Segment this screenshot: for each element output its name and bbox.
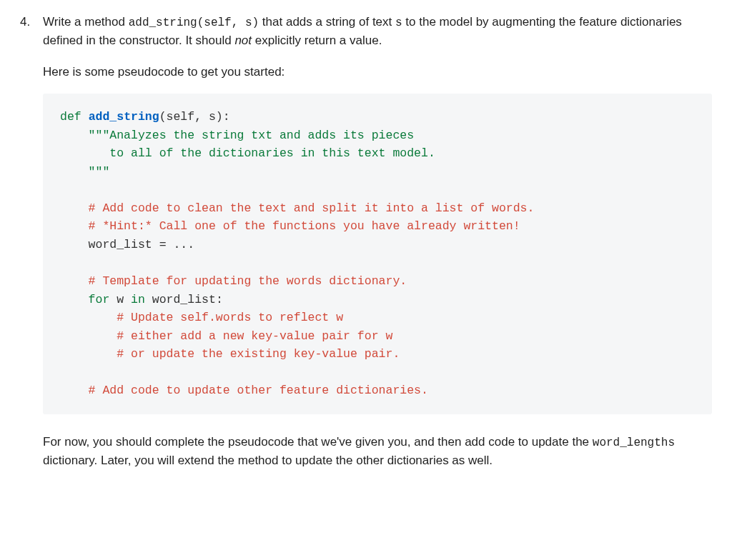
question-block: 4. Write a method add_string(self, s) th… [20,13,712,483]
intro-paragraph-2: Here is some pseudocode to get you start… [43,63,712,81]
code-block: def add_string(self, s): """Analyzes the… [43,94,712,414]
code-text: word_list: [145,293,223,306]
text: that adds a string of text [259,15,395,29]
code-line: word_list = ... [89,238,195,251]
comment-line: # either add a new key-value pair for w [117,329,392,343]
keyword-def: def [60,110,81,124]
inline-code: add_string(self, s) [129,16,259,29]
text: For now, you should complete the pseudoc… [43,435,593,449]
inline-code: s [395,16,402,29]
comment-line: # *Hint:* Call one of the functions you … [89,219,520,233]
function-name: add_string [89,110,159,124]
docstring-line: to all of the dictionaries in this text … [89,146,435,160]
docstring-line: """ [89,165,110,179]
signature: (self, s): [159,110,230,124]
code-text: w [109,293,131,306]
outro-paragraph: For now, you should complete the pseudoc… [43,433,712,470]
intro-paragraph-1: Write a method add_string(self, s) that … [43,13,712,50]
question-number: 4. [20,13,43,31]
inline-code: word_lengths [593,436,675,449]
text: explicitly return a value. [252,34,382,47]
docstring-line: """Analyzes the string txt and adds its … [89,129,414,142]
comment-line: # Add code to update other feature dicti… [89,384,428,397]
question-content: Write a method add_string(self, s) that … [43,13,712,483]
comment-line: # Template for updating the words dictio… [89,274,407,288]
comment-line: # Update self.words to reflect w [117,311,343,324]
text: dictionary. Later, you will extend the m… [43,454,493,467]
keyword-for: for [89,293,110,306]
keyword-in: in [131,293,145,306]
comment-line: # Add code to clean the text and split i… [89,201,535,215]
text: Write a method [43,15,129,29]
emphasis-not: not [234,34,252,47]
comment-line: # or update the existing key-value pair. [117,347,400,361]
